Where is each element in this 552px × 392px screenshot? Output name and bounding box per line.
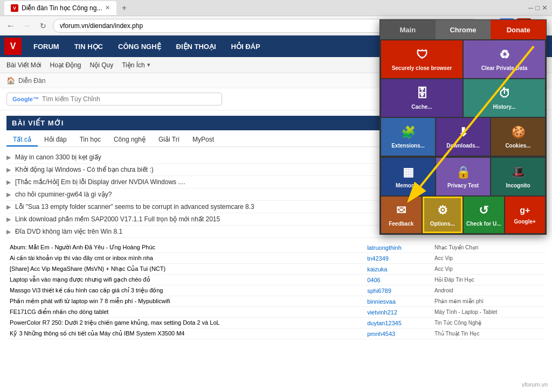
browser-titlebar: V Diễn đàn Tin học Công ng... ✕ + ─ □ ✕ xyxy=(0,0,552,16)
active-tab[interactable]: V Diễn đàn Tin học Công ng... ✕ xyxy=(4,1,116,15)
tab-title: Diễn đàn Tin học Công ng... xyxy=(22,4,102,12)
privacy-test-label: Privacy Test xyxy=(447,183,479,189)
popup-btn-check-update[interactable]: ↺ Check for U... xyxy=(464,197,504,233)
post-icon: ▶ xyxy=(6,216,11,223)
googleplus-label: Google+ xyxy=(514,219,536,225)
popup-btn-extensions[interactable]: 🧩 Extensions... xyxy=(381,118,435,156)
options-label: Options... xyxy=(430,221,455,227)
tab-tinhoc[interactable]: Tin học xyxy=(73,134,107,146)
post-title-cell: FE171CG điểm nhấn cho dòng tablet xyxy=(6,307,364,318)
table-row: [Share] Acc Vip MegaShare (MsVN) + Nhạc … xyxy=(6,264,546,275)
options-icon: ⚙ xyxy=(437,204,448,218)
post-cat-cell: Hỏi Đáp Tin Học xyxy=(431,275,546,285)
popup-btn-googleplus[interactable]: g+ Google+ xyxy=(505,197,546,233)
tab-giaitri[interactable]: Giải Trí xyxy=(152,134,186,146)
tab-mypost[interactable]: MyPost xyxy=(186,134,220,146)
post-link[interactable]: [Thắc mắc/Hỏi] Em bị lỗi Display driver … xyxy=(15,178,185,186)
post-title-cell: Phần mềm phát wifi từ laptop win 7 8 miễ… xyxy=(6,296,364,307)
history-icon: ⏱ xyxy=(499,87,510,101)
post-cat-cell: Phần mềm miễn phí xyxy=(431,296,546,307)
post-user-cell[interactable]: 0406 xyxy=(364,275,431,285)
tab-tatca[interactable]: Tất cả xyxy=(6,134,38,146)
tab-close-btn[interactable]: ✕ xyxy=(105,4,110,11)
post-cat-cell: Acc Vip xyxy=(431,264,546,275)
post-cat-cell: Tin Tức Công Nghệ xyxy=(431,318,546,328)
post-link[interactable]: Lỗi "Sua 13 empty folder scanner" seems … xyxy=(15,203,254,211)
popup-btn-feedback[interactable]: ✉ Feedback xyxy=(381,197,422,233)
check-update-label: Check for U... xyxy=(466,221,501,227)
popup-btn-incognito[interactable]: 🎩 Incognito xyxy=(491,158,545,195)
post-link[interactable]: Đĩa DVD không làm việc trên Win 8.1 xyxy=(15,228,122,235)
tab-hoidap[interactable]: Hỏi đáp xyxy=(38,134,73,146)
minimize-btn[interactable]: ─ xyxy=(528,4,533,12)
post-link[interactable]: Máy in canon 3300 bị kẹt giấy xyxy=(15,153,101,161)
nav-dienthoai[interactable]: ĐIỆN THOẠI xyxy=(169,36,224,57)
popup-tab-chrome[interactable]: Chrome xyxy=(436,20,491,39)
subnav-tienich-label[interactable]: Tiện Ích xyxy=(122,61,145,69)
close-btn[interactable]: ✕ xyxy=(542,4,548,12)
new-tab-button[interactable]: + xyxy=(119,3,129,13)
secure-close-label: Securely close browser xyxy=(392,65,452,72)
cookies-icon: 🍪 xyxy=(511,125,526,139)
post-cat-cell: Acc Vip xyxy=(431,253,546,264)
popup-row5: ✉ Feedback ⚙ Options... ↺ Check for U...… xyxy=(380,197,546,234)
tab-congnghe[interactable]: Công nghệ xyxy=(107,134,152,146)
feedback-label: Feedback xyxy=(389,221,413,227)
post-cat-cell: Android xyxy=(431,285,546,296)
post-link[interactable]: cho hỏi cpuminer-gw64 là gì vậy? xyxy=(15,191,112,198)
nav-forum[interactable]: FORUM xyxy=(26,36,67,57)
table-row: Massgo Vi3 thiết kế cấu hình cao cấp giá… xyxy=(6,285,546,296)
post-user-cell[interactable]: pmnh4543 xyxy=(364,328,431,339)
subnav-noiquy[interactable]: Nội Quy xyxy=(90,61,114,69)
privacy-icon: 🔒 xyxy=(456,165,471,179)
back-button[interactable]: ← xyxy=(4,19,17,32)
popup-btn-history[interactable]: ⏱ History... xyxy=(464,79,545,117)
popup-row3: 🧩 Extensions... ⬇ Downloads... 🍪 Cookies… xyxy=(380,117,546,157)
search-input-wrap: Google™ xyxy=(6,93,222,106)
popup-tab-donate[interactable]: Donate xyxy=(491,20,546,39)
nav-congnghe[interactable]: CÔNG NGHỆ xyxy=(111,36,169,57)
post-cat-cell: Nhạc Tuyển Chọn xyxy=(431,242,546,253)
breadcrumb-home-icon: 🏠 xyxy=(6,76,15,85)
tab-bar: V Diễn đàn Tin học Công ng... ✕ + xyxy=(4,1,129,15)
table-row: Phần mềm phát wifi từ laptop win 7 8 miễ… xyxy=(6,296,546,307)
post-icon: ▶ xyxy=(6,204,11,211)
downloads-icon: ⬇ xyxy=(458,125,468,139)
popup-btn-secure-close[interactable]: 🛡 Securely close browser xyxy=(381,40,463,78)
post-link[interactable]: Khởi động lại Windows - Có thể bạn chưa … xyxy=(15,166,154,173)
popup-btn-clear-private[interactable]: ♻ Clear Private Data xyxy=(464,40,545,78)
post-user-cell[interactable]: binniesvaa xyxy=(364,296,431,307)
memory-icon: ▦ xyxy=(403,165,414,179)
post-user-cell[interactable]: kaizuka xyxy=(364,264,431,275)
incognito-icon: 🎩 xyxy=(511,165,526,179)
update-icon: ↺ xyxy=(479,204,488,218)
popup-btn-cookies[interactable]: 🍪 Cookies... xyxy=(491,118,545,156)
popup-tab-main[interactable]: Main xyxy=(380,20,436,39)
post-user-cell[interactable]: duytan12345 xyxy=(364,318,431,328)
table-row: Kỹ 3 Những thông số chi tiết của Máy chủ… xyxy=(6,328,546,339)
refresh-button[interactable]: ↻ xyxy=(37,19,50,32)
post-user-cell[interactable]: vietvinh212 xyxy=(364,307,431,318)
post-user-cell[interactable]: latruongthinh xyxy=(364,242,431,253)
popup-btn-cache[interactable]: 🗄 Cache... xyxy=(381,79,463,117)
post-user-cell[interactable]: sphi6789 xyxy=(364,285,431,296)
subnav-baivietmoi[interactable]: Bài Viết Mới xyxy=(6,61,41,69)
cookies-label: Cookies... xyxy=(505,143,530,149)
popup-btn-downloads[interactable]: ⬇ Downloads... xyxy=(436,118,490,156)
popup-btn-options[interactable]: ⚙ Options... xyxy=(423,197,463,233)
search-input[interactable] xyxy=(42,95,216,103)
post-user-cell[interactable]: tn42349 xyxy=(364,253,431,264)
maximize-btn[interactable]: □ xyxy=(535,4,540,12)
popup-btn-privacy-test[interactable]: 🔒 Privacy Test xyxy=(436,158,490,195)
nav-tinhoc[interactable]: TIN HỌC xyxy=(67,36,111,57)
subnav-tienich[interactable]: Tiện Ích ▼ xyxy=(122,61,151,69)
clear-private-label: Clear Private Data xyxy=(481,65,528,72)
subnav-hoatdong[interactable]: Hoạt Động xyxy=(50,61,81,69)
post-title-cell: Massgo Vi3 thiết kế cấu hình cao cấp giá… xyxy=(6,285,364,296)
nav-hoidap[interactable]: HỎI ĐÁP xyxy=(224,36,268,57)
subnav-dropdown-icon: ▼ xyxy=(146,62,151,68)
forward-button[interactable]: → xyxy=(20,19,33,32)
popup-btn-memory[interactable]: ▦ Memory... xyxy=(381,158,435,195)
post-link[interactable]: Link download phần mềm SAP2000 V17.1.1 F… xyxy=(15,215,220,223)
memory-label: Memory... xyxy=(396,183,420,189)
